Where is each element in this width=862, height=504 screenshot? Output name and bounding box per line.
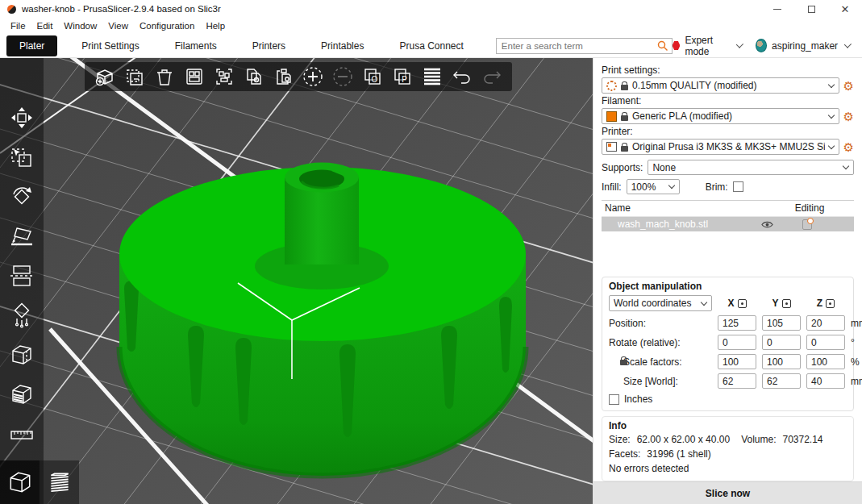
search-box[interactable] (496, 38, 673, 54)
facets-value: 31996 (1 shell) (647, 448, 710, 460)
position-x-input[interactable] (718, 315, 756, 331)
tab-printables[interactable]: Printables (310, 36, 375, 56)
tab-filaments[interactable]: Filaments (164, 36, 228, 56)
window-controls: ✕ (760, 0, 862, 18)
split-to-objects-button[interactable]: O (360, 65, 385, 89)
rotate-tool[interactable] (7, 182, 36, 211)
printer-label: Printer: (602, 126, 854, 137)
manipulation-title: Object manipulation (609, 281, 847, 292)
brim-label: Brim: (706, 181, 728, 193)
position-unit: mm (851, 318, 862, 329)
sliced-preview-button[interactable] (40, 460, 79, 504)
redo-button[interactable] (480, 65, 504, 89)
tab-print-settings[interactable]: Print Settings (70, 36, 150, 56)
move-tool[interactable] (7, 103, 36, 132)
size-y-input[interactable] (762, 373, 801, 389)
tab-printers[interactable]: Printers (241, 36, 297, 56)
printer-gear-button[interactable]: ⚙ (843, 141, 854, 153)
menu-window[interactable]: Window (58, 19, 102, 32)
size-x-input[interactable] (718, 373, 756, 389)
position-label: Position: (609, 318, 712, 329)
split-to-parts-button[interactable]: P (390, 65, 414, 89)
arrange-button[interactable] (182, 65, 206, 89)
size-z-input[interactable] (806, 373, 845, 389)
menu-configuration[interactable]: Configuration (134, 19, 200, 32)
axis-z-icon (826, 299, 835, 308)
rotate-z-input[interactable] (806, 335, 845, 350)
close-button[interactable]: ✕ (828, 0, 862, 18)
object-manipulation-panel: Object manipulation World coordinates X … (602, 277, 854, 411)
model-washer-knob[interactable] (119, 163, 526, 477)
user-avatar[interactable] (756, 39, 767, 52)
size-unit: mm (851, 376, 862, 387)
scale-tool[interactable] (7, 143, 36, 172)
print-settings-combo[interactable]: 0.15mm QUALITY (modified) (602, 77, 839, 94)
rotate-y-input[interactable] (762, 335, 801, 350)
facets-label: Facets: (609, 448, 640, 460)
undo-button[interactable] (450, 65, 474, 89)
axis-header-z: Z (806, 298, 845, 309)
username[interactable]: aspiring_maker (772, 40, 838, 52)
axis-x-icon (738, 299, 747, 308)
rotate-x-input[interactable] (718, 335, 756, 350)
paste-button[interactable] (272, 65, 296, 89)
scale-y-input[interactable] (762, 354, 801, 369)
coordinates-combo[interactable]: World coordinates (609, 295, 712, 311)
remove-instance-button[interactable] (331, 65, 355, 89)
editing-icon[interactable] (802, 219, 812, 230)
tab-prusa-connect[interactable]: Prusa Connect (388, 36, 474, 56)
tabbar: Plater Print Settings Filaments Printers… (0, 34, 862, 58)
multimaterial-painting-tool[interactable] (7, 380, 36, 409)
user-chevron-down-icon[interactable] (844, 41, 852, 48)
brim-checkbox[interactable] (733, 181, 743, 192)
3d-viewport[interactable]: O P (0, 58, 593, 504)
object-list-header: Name Editing (602, 201, 854, 217)
paint-supports-tool[interactable] (7, 301, 36, 330)
scale-x-input[interactable] (718, 354, 756, 369)
place-on-face-tool[interactable] (7, 222, 36, 251)
editor-3d-view-button[interactable] (0, 460, 40, 504)
titlebar: washer-knob - PrusaSlicer-2.9.4 based on… (0, 0, 862, 18)
infill-combo[interactable]: 100% (627, 179, 680, 194)
delete-object-button[interactable] (123, 65, 147, 89)
size-info-label: Size: (609, 434, 631, 445)
scale-z-input[interactable] (806, 354, 845, 369)
infill-label: Infill: (602, 181, 622, 193)
delete-all-button[interactable] (152, 65, 177, 89)
printer-combo[interactable]: Original Prusa i3 MK3S & MK3S+ MMU2S Sin… (602, 139, 839, 155)
add-instance-button[interactable] (301, 65, 325, 89)
menu-file[interactable]: File (5, 19, 31, 32)
arrange-bed-button[interactable] (212, 65, 236, 89)
minimize-icon (773, 9, 781, 10)
tab-plater[interactable]: Plater (6, 35, 57, 56)
add-object-button[interactable] (93, 65, 117, 89)
cut-tool[interactable] (7, 261, 36, 290)
right-sidebar: Print settings: 0.15mm QUALITY (modified… (593, 58, 862, 504)
measure-tool[interactable] (7, 419, 36, 448)
chevron-down-icon (843, 163, 849, 169)
uniform-scale-lock-icon[interactable] (620, 360, 627, 365)
copy-button[interactable] (242, 65, 266, 89)
filament-gear-button[interactable]: ⚙ (843, 110, 854, 123)
slice-now-button[interactable]: Slice now (593, 482, 862, 504)
mode-chevron-down-icon[interactable] (736, 41, 743, 48)
maximize-button[interactable] (794, 0, 828, 18)
svg-text:P: P (402, 75, 407, 84)
mode-selector[interactable]: Expert mode (685, 35, 730, 57)
menu-view[interactable]: View (102, 19, 134, 32)
print-settings-gear-button[interactable]: ⚙ (843, 80, 854, 92)
position-y-input[interactable] (762, 315, 801, 331)
position-z-input[interactable] (806, 315, 845, 331)
menu-edit[interactable]: Edit (31, 19, 59, 32)
visibility-eye-icon[interactable] (761, 220, 773, 229)
printer-value: Original Prusa i3 MK3S & MK3S+ MMU2S Sin… (632, 141, 825, 152)
seam-painting-tool[interactable] (7, 340, 36, 369)
object-row-selected[interactable]: wash_mach_knob.stl (602, 217, 854, 231)
filament-combo[interactable]: Generic PLA (modified) (602, 108, 839, 124)
inches-checkbox[interactable] (609, 394, 619, 405)
minimize-button[interactable] (760, 0, 794, 18)
menu-help[interactable]: Help (200, 19, 231, 32)
search-input[interactable] (502, 41, 657, 51)
variable-layer-height-button[interactable] (420, 65, 444, 89)
supports-combo[interactable]: None (648, 160, 854, 175)
